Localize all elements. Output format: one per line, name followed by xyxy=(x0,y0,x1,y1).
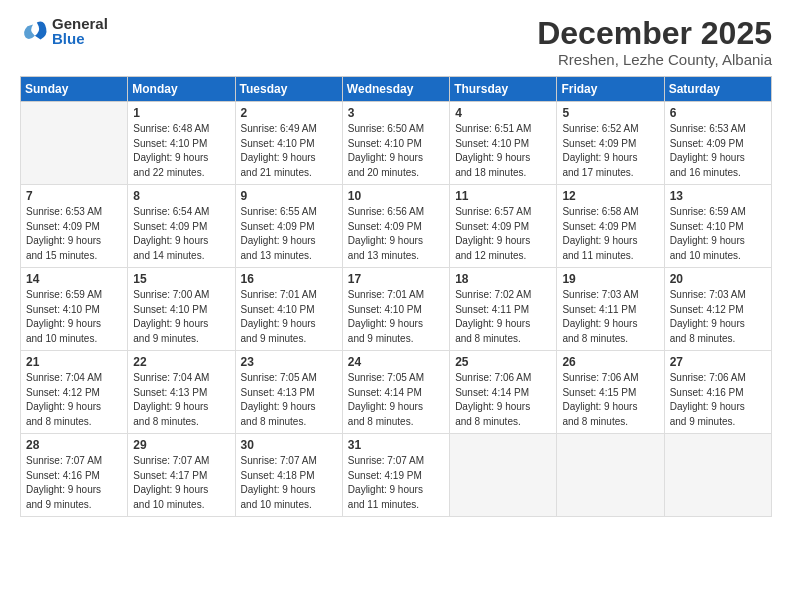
day-info: Sunrise: 7:02 AMSunset: 4:11 PMDaylight:… xyxy=(455,288,551,346)
table-row: 18Sunrise: 7:02 AMSunset: 4:11 PMDayligh… xyxy=(450,268,557,351)
day-info: Sunrise: 6:58 AMSunset: 4:09 PMDaylight:… xyxy=(562,205,658,263)
table-row xyxy=(557,434,664,517)
day-info: Sunrise: 7:07 AMSunset: 4:16 PMDaylight:… xyxy=(26,454,122,512)
table-row: 27Sunrise: 7:06 AMSunset: 4:16 PMDayligh… xyxy=(664,351,771,434)
calendar-week-row: 28Sunrise: 7:07 AMSunset: 4:16 PMDayligh… xyxy=(21,434,772,517)
header-tuesday: Tuesday xyxy=(235,77,342,102)
calendar-week-row: 21Sunrise: 7:04 AMSunset: 4:12 PMDayligh… xyxy=(21,351,772,434)
day-number: 16 xyxy=(241,272,337,286)
day-info: Sunrise: 6:49 AMSunset: 4:10 PMDaylight:… xyxy=(241,122,337,180)
day-info: Sunrise: 7:05 AMSunset: 4:13 PMDaylight:… xyxy=(241,371,337,429)
day-number: 24 xyxy=(348,355,444,369)
day-info: Sunrise: 6:53 AMSunset: 4:09 PMDaylight:… xyxy=(670,122,766,180)
table-row xyxy=(664,434,771,517)
day-number: 13 xyxy=(670,189,766,203)
day-info: Sunrise: 6:55 AMSunset: 4:09 PMDaylight:… xyxy=(241,205,337,263)
table-row: 10Sunrise: 6:56 AMSunset: 4:09 PMDayligh… xyxy=(342,185,449,268)
table-row: 4Sunrise: 6:51 AMSunset: 4:10 PMDaylight… xyxy=(450,102,557,185)
table-row: 26Sunrise: 7:06 AMSunset: 4:15 PMDayligh… xyxy=(557,351,664,434)
day-number: 14 xyxy=(26,272,122,286)
day-info: Sunrise: 6:48 AMSunset: 4:10 PMDaylight:… xyxy=(133,122,229,180)
page-container: General Blue December 2025 Rreshen, Lezh… xyxy=(0,0,792,527)
day-number: 5 xyxy=(562,106,658,120)
table-row xyxy=(450,434,557,517)
day-number: 28 xyxy=(26,438,122,452)
day-info: Sunrise: 7:01 AMSunset: 4:10 PMDaylight:… xyxy=(348,288,444,346)
day-info: Sunrise: 6:53 AMSunset: 4:09 PMDaylight:… xyxy=(26,205,122,263)
day-info: Sunrise: 7:05 AMSunset: 4:14 PMDaylight:… xyxy=(348,371,444,429)
header-thursday: Thursday xyxy=(450,77,557,102)
table-row: 7Sunrise: 6:53 AMSunset: 4:09 PMDaylight… xyxy=(21,185,128,268)
logo-blue: Blue xyxy=(52,31,108,46)
title-block: December 2025 Rreshen, Lezhe County, Alb… xyxy=(537,16,772,68)
day-info: Sunrise: 7:01 AMSunset: 4:10 PMDaylight:… xyxy=(241,288,337,346)
table-row: 15Sunrise: 7:00 AMSunset: 4:10 PMDayligh… xyxy=(128,268,235,351)
day-info: Sunrise: 6:57 AMSunset: 4:09 PMDaylight:… xyxy=(455,205,551,263)
header-row: General Blue December 2025 Rreshen, Lezh… xyxy=(20,16,772,68)
table-row: 1Sunrise: 6:48 AMSunset: 4:10 PMDaylight… xyxy=(128,102,235,185)
day-number: 22 xyxy=(133,355,229,369)
day-number: 9 xyxy=(241,189,337,203)
calendar-week-row: 1Sunrise: 6:48 AMSunset: 4:10 PMDaylight… xyxy=(21,102,772,185)
table-row: 23Sunrise: 7:05 AMSunset: 4:13 PMDayligh… xyxy=(235,351,342,434)
day-number: 18 xyxy=(455,272,551,286)
table-row: 5Sunrise: 6:52 AMSunset: 4:09 PMDaylight… xyxy=(557,102,664,185)
table-row: 17Sunrise: 7:01 AMSunset: 4:10 PMDayligh… xyxy=(342,268,449,351)
header-sunday: Sunday xyxy=(21,77,128,102)
day-info: Sunrise: 6:59 AMSunset: 4:10 PMDaylight:… xyxy=(670,205,766,263)
day-info: Sunrise: 6:52 AMSunset: 4:09 PMDaylight:… xyxy=(562,122,658,180)
logo: General Blue xyxy=(20,16,108,46)
calendar-week-row: 14Sunrise: 6:59 AMSunset: 4:10 PMDayligh… xyxy=(21,268,772,351)
table-row: 29Sunrise: 7:07 AMSunset: 4:17 PMDayligh… xyxy=(128,434,235,517)
day-info: Sunrise: 6:51 AMSunset: 4:10 PMDaylight:… xyxy=(455,122,551,180)
table-row: 2Sunrise: 6:49 AMSunset: 4:10 PMDaylight… xyxy=(235,102,342,185)
day-info: Sunrise: 7:03 AMSunset: 4:12 PMDaylight:… xyxy=(670,288,766,346)
logo-text: General Blue xyxy=(52,16,108,46)
table-row: 3Sunrise: 6:50 AMSunset: 4:10 PMDaylight… xyxy=(342,102,449,185)
table-row: 20Sunrise: 7:03 AMSunset: 4:12 PMDayligh… xyxy=(664,268,771,351)
month-title: December 2025 xyxy=(537,16,772,51)
header-saturday: Saturday xyxy=(664,77,771,102)
weekday-header-row: Sunday Monday Tuesday Wednesday Thursday… xyxy=(21,77,772,102)
day-info: Sunrise: 7:06 AMSunset: 4:16 PMDaylight:… xyxy=(670,371,766,429)
day-number: 30 xyxy=(241,438,337,452)
table-row: 31Sunrise: 7:07 AMSunset: 4:19 PMDayligh… xyxy=(342,434,449,517)
day-info: Sunrise: 7:06 AMSunset: 4:14 PMDaylight:… xyxy=(455,371,551,429)
day-info: Sunrise: 7:07 AMSunset: 4:18 PMDaylight:… xyxy=(241,454,337,512)
day-info: Sunrise: 7:00 AMSunset: 4:10 PMDaylight:… xyxy=(133,288,229,346)
day-info: Sunrise: 6:59 AMSunset: 4:10 PMDaylight:… xyxy=(26,288,122,346)
header-monday: Monday xyxy=(128,77,235,102)
table-row: 11Sunrise: 6:57 AMSunset: 4:09 PMDayligh… xyxy=(450,185,557,268)
day-number: 23 xyxy=(241,355,337,369)
day-number: 20 xyxy=(670,272,766,286)
calendar-table: Sunday Monday Tuesday Wednesday Thursday… xyxy=(20,76,772,517)
day-info: Sunrise: 7:04 AMSunset: 4:12 PMDaylight:… xyxy=(26,371,122,429)
day-number: 4 xyxy=(455,106,551,120)
day-number: 29 xyxy=(133,438,229,452)
location-subtitle: Rreshen, Lezhe County, Albania xyxy=(537,51,772,68)
logo-icon xyxy=(20,17,48,45)
header-wednesday: Wednesday xyxy=(342,77,449,102)
day-number: 17 xyxy=(348,272,444,286)
day-number: 6 xyxy=(670,106,766,120)
day-number: 1 xyxy=(133,106,229,120)
calendar-week-row: 7Sunrise: 6:53 AMSunset: 4:09 PMDaylight… xyxy=(21,185,772,268)
day-number: 8 xyxy=(133,189,229,203)
day-number: 11 xyxy=(455,189,551,203)
table-row: 22Sunrise: 7:04 AMSunset: 4:13 PMDayligh… xyxy=(128,351,235,434)
table-row: 30Sunrise: 7:07 AMSunset: 4:18 PMDayligh… xyxy=(235,434,342,517)
table-row: 14Sunrise: 6:59 AMSunset: 4:10 PMDayligh… xyxy=(21,268,128,351)
day-number: 31 xyxy=(348,438,444,452)
table-row: 6Sunrise: 6:53 AMSunset: 4:09 PMDaylight… xyxy=(664,102,771,185)
table-row: 21Sunrise: 7:04 AMSunset: 4:12 PMDayligh… xyxy=(21,351,128,434)
day-info: Sunrise: 6:50 AMSunset: 4:10 PMDaylight:… xyxy=(348,122,444,180)
day-number: 25 xyxy=(455,355,551,369)
day-number: 10 xyxy=(348,189,444,203)
day-number: 15 xyxy=(133,272,229,286)
day-info: Sunrise: 7:06 AMSunset: 4:15 PMDaylight:… xyxy=(562,371,658,429)
day-number: 19 xyxy=(562,272,658,286)
day-info: Sunrise: 7:03 AMSunset: 4:11 PMDaylight:… xyxy=(562,288,658,346)
table-row: 9Sunrise: 6:55 AMSunset: 4:09 PMDaylight… xyxy=(235,185,342,268)
day-number: 21 xyxy=(26,355,122,369)
day-number: 7 xyxy=(26,189,122,203)
